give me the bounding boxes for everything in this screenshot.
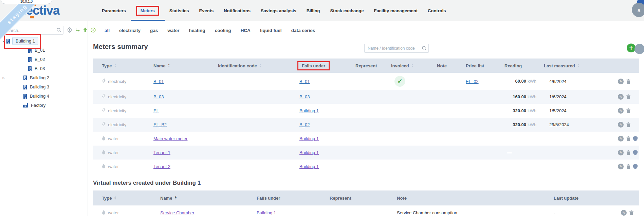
meter-name-link[interactable]: EL <box>153 108 159 113</box>
add-circle-icon[interactable] <box>90 27 96 33</box>
target-icon[interactable] <box>67 27 72 33</box>
tab-data-series[interactable]: data series <box>291 28 315 33</box>
sort-icon: ▲▼ <box>114 196 116 200</box>
sidebar-item-building-4[interactable]: Building 4 <box>0 92 88 101</box>
delete-icon[interactable] <box>626 79 630 84</box>
sidebar-item-building-2[interactable]: ▷Building 2 <box>0 73 88 82</box>
add-meter-button[interactable]: + <box>627 44 636 52</box>
column-label: Type <box>102 63 112 68</box>
nav-item-label: Facility management <box>374 8 418 13</box>
nav-item-events[interactable]: Events <box>199 0 214 21</box>
shield-icon[interactable] <box>633 164 638 169</box>
sidebar-item-b-01[interactable]: B_01 <box>0 46 88 55</box>
column-header-invoiced[interactable]: Invoiced▲▼ <box>388 63 434 68</box>
edit-icon[interactable]: ✎ <box>618 108 624 114</box>
delete-icon[interactable] <box>626 122 630 127</box>
column-header-name[interactable]: Name▲▼ <box>151 63 215 68</box>
cell-actions: ✎ <box>605 210 639 216</box>
meter-name-link[interactable]: Service Chamber <box>160 210 194 215</box>
falls-under-link[interactable]: B_01 <box>299 79 310 84</box>
falls-under: Building 1 <box>297 164 353 169</box>
topbar: ParametersMetersStatisticsEventsNotifica… <box>0 0 644 21</box>
edit-icon[interactable]: ✎ <box>621 210 627 216</box>
caret-expanded-icon[interactable] <box>1 40 6 42</box>
nav-item-notifications[interactable]: Notifications <box>224 0 251 21</box>
edit-icon[interactable]: ✎ <box>618 79 624 84</box>
sidebar-item-b-02[interactable]: B_02 <box>0 55 88 64</box>
falls-under: Building 1 <box>254 210 327 215</box>
invoiced-check-icon: ✓ <box>394 76 405 87</box>
column-header-name[interactable]: Name▲▼ <box>158 196 254 201</box>
edit-icon[interactable]: ✎ <box>618 150 624 155</box>
column-header-type[interactable]: Type▲▼ <box>93 196 158 201</box>
tree-node-label: Factory <box>31 103 45 108</box>
falls-under-link[interactable]: Building 1 <box>299 136 319 141</box>
nav-item-meters[interactable]: Meters <box>136 0 159 21</box>
tab-hca[interactable]: HCA <box>241 28 251 33</box>
sidebar-item-b-03[interactable]: B_03 <box>0 64 88 73</box>
caret-collapsed-icon[interactable]: ▷ <box>1 76 6 80</box>
cell-last-measured: 1/6/2024 <box>541 94 599 99</box>
price-list: EL_02 <box>463 79 500 84</box>
falls-under-link[interactable]: Building 1 <box>299 150 319 155</box>
falls-under-link[interactable]: Building 1 <box>299 164 319 169</box>
meters-summary-table: Type▲▼Name▲▼Identification code▲▼Falls u… <box>93 59 639 173</box>
delete-icon[interactable] <box>626 150 630 155</box>
sidebar-item-factory[interactable]: Factory <box>0 101 88 110</box>
branch-arrow-icon[interactable] <box>75 27 80 33</box>
nav-item-stock-exchange[interactable]: Stock exchange <box>330 0 364 21</box>
nav-item-billing[interactable]: Billing <box>307 0 320 21</box>
meter-name-link[interactable]: Tenant 1 <box>153 150 170 155</box>
delete-icon[interactable] <box>626 94 630 99</box>
upload-arrow-icon[interactable] <box>82 27 88 33</box>
tab-cooling[interactable]: cooling <box>215 28 231 33</box>
edit-icon[interactable]: ✎ <box>618 94 624 100</box>
meter-name-link[interactable]: EL_B2 <box>153 122 167 127</box>
tab-gas[interactable]: gas <box>150 28 158 33</box>
nav-item-parameters[interactable]: Parameters <box>102 0 126 21</box>
column-header-identification-code[interactable]: Identification code▲▼ <box>215 63 297 68</box>
cell-actions: ✎ <box>599 164 639 169</box>
meter-name-link[interactable]: Tenant 2 <box>153 164 170 169</box>
tab-liquid-fuel[interactable]: liquid fuel <box>260 28 282 33</box>
falls-under-link[interactable]: B_02 <box>299 122 310 127</box>
column-header-last-measured[interactable]: Last measured▲▼ <box>541 63 599 68</box>
edit-icon[interactable]: ✎ <box>618 164 624 169</box>
edit-icon[interactable]: ✎ <box>618 136 624 142</box>
edit-icon[interactable]: ✎ <box>618 122 624 128</box>
tab-electricity[interactable]: electricity <box>119 28 141 33</box>
sidebar-item-building-3[interactable]: Building 3 <box>0 82 88 92</box>
falls-under-link[interactable]: B_03 <box>299 94 310 99</box>
delete-icon[interactable] <box>626 136 630 141</box>
tab-heating[interactable]: heating <box>189 28 205 33</box>
tab-all[interactable]: all <box>105 28 110 33</box>
cell-reading: 60.00kWh <box>500 73 541 90</box>
nav-item-facility-management[interactable]: Facility management <box>374 0 418 21</box>
shield-icon[interactable] <box>633 136 638 141</box>
delete-icon[interactable] <box>626 164 630 169</box>
falls-under-link[interactable]: Building 1 <box>299 108 319 113</box>
meter-name-link[interactable]: B_01 <box>153 79 164 84</box>
delete-icon[interactable] <box>626 108 630 113</box>
tab-water[interactable]: water <box>167 28 179 33</box>
nav-item-controls[interactable]: Controls <box>428 0 446 21</box>
meter-name-link[interactable]: Main water meter <box>153 136 187 141</box>
main-nav: ParametersMetersStatisticsEventsNotifica… <box>102 0 446 21</box>
nav-item-savings-analysis[interactable]: Savings analysis <box>261 0 296 21</box>
sidebar-item-building-1[interactable]: Building 1 <box>0 36 88 46</box>
price-list-link[interactable]: EL_02 <box>466 79 479 84</box>
table-search-input[interactable] <box>364 44 429 53</box>
meter-name-link[interactable]: B_03 <box>153 94 164 99</box>
partial-edge-button[interactable] <box>634 44 644 54</box>
falls-under-link[interactable]: Building 1 <box>257 210 276 215</box>
nav-item-statistics[interactable]: Statistics <box>169 0 189 21</box>
meter-name: Tenant 1 <box>151 150 215 155</box>
column-header-type[interactable]: Type▲▼ <box>93 63 151 68</box>
falls-under: B_03 <box>297 94 353 99</box>
meter-name: EL_B2 <box>151 122 215 127</box>
delete-icon[interactable] <box>629 210 633 215</box>
building-icon <box>28 66 32 71</box>
cell-reading: 320.00kWh <box>500 104 541 118</box>
avatar[interactable]: a <box>632 3 644 17</box>
shield-icon[interactable] <box>633 150 638 155</box>
